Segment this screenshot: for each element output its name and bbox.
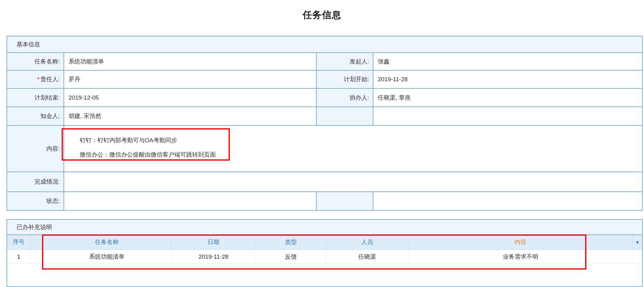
content-value: 钉钉：钉钉内部考勤可与OA考勤同步 微信办公：微信办公提醒由微信客户端可跳转到页… <box>64 126 642 172</box>
column-header-content[interactable]: 内容 <box>409 235 633 249</box>
basic-info-section: 基本信息 任务名称: 系统功能清单 发起人: 张鑫 * 责任人: 罗丹 计划开始… <box>7 36 643 211</box>
initiator-label: 发起人: <box>317 53 373 70</box>
supplement-table-header: 序号 任务名称 日期 类型 人员 内容 ▼ <box>7 235 642 250</box>
column-header-task-name[interactable]: 任务名称 <box>43 235 171 249</box>
filter-dropdown-icon[interactable]: ▼ <box>635 240 640 245</box>
status-label: 状态: <box>7 192 64 210</box>
page-title: 任务信息 <box>0 9 644 21</box>
completion-label: 完成情况: <box>7 172 64 191</box>
plan-end-label: 计划结束: <box>7 89 64 106</box>
basic-info-section-header: 基本信息 <box>7 36 642 53</box>
plan-start-label: 计划开始: <box>317 71 373 88</box>
supplement-table-empty-area <box>7 264 642 286</box>
owner-value: 罗丹 <box>64 71 317 88</box>
plan-start-value: 2019-11-28 <box>373 71 642 88</box>
owner-label: * 责任人: <box>7 71 64 88</box>
row-status: 状态: <box>7 192 642 210</box>
co-organizer-label: 协办人: <box>317 89 373 106</box>
required-asterisk: * <box>37 76 39 83</box>
row-completion: 完成情况: <box>7 172 642 192</box>
row-content: 内容: 钉钉：钉钉内部考勤可与OA考勤同步 微信办公：微信办公提醒由微信客户端可… <box>7 126 642 172</box>
cc-value: 胡建, 宋浩然 <box>64 107 317 125</box>
cc-label: 知会人: <box>7 107 64 125</box>
column-header-date[interactable]: 日期 <box>171 235 256 249</box>
row-task-name: 任务名称: 系统功能清单 发起人: 张鑫 <box>7 53 642 71</box>
plan-end-value: 2019-12-05 <box>64 89 317 106</box>
column-header-filter-cell[interactable]: ▼ <box>633 235 642 249</box>
row-seq: 1 <box>7 250 31 264</box>
co-organizer-value: 任晓渠, 章燕 <box>373 89 642 106</box>
content-label: 内容: <box>7 126 64 172</box>
supplement-section-header: 已办补充说明 <box>7 220 642 235</box>
content-line-2: 微信办公：微信办公提醒由微信客户端可跳转到页面 <box>80 148 642 162</box>
row-type-cell: 反馈 <box>256 250 326 264</box>
task-name-label: 任务名称: <box>7 53 64 70</box>
row-filter-cell <box>633 250 642 264</box>
column-header-person[interactable]: 人员 <box>326 235 409 249</box>
column-header-spacer <box>31 235 43 249</box>
cc-row-empty-value-cell <box>373 107 642 125</box>
table-row[interactable]: 1 系统功能清单 2019-11-28 反馈 任晓渠 业务需求不明 <box>7 250 642 264</box>
row-date-cell: 2019-11-28 <box>171 250 256 264</box>
content-line-1: 钉钉：钉钉内部考勤可与OA考勤同步 <box>80 133 642 148</box>
status-row-empty-value-cell <box>373 192 642 210</box>
supplement-section: 已办补充说明 序号 任务名称 日期 类型 人员 内容 ▼ 1 系统功能清单 20… <box>7 219 643 287</box>
status-value <box>64 192 317 210</box>
column-header-type[interactable]: 类型 <box>256 235 326 249</box>
row-task-name-cell: 系统功能清单 <box>43 250 171 264</box>
initiator-value: 张鑫 <box>373 53 642 70</box>
status-row-empty-label-cell <box>317 192 373 210</box>
row-content-cell: 业务需求不明 <box>409 250 633 264</box>
row-person-cell: 任晓渠 <box>326 250 409 264</box>
completion-value <box>64 172 642 191</box>
column-header-seq[interactable]: 序号 <box>7 235 31 249</box>
row-owner: * 责任人: 罗丹 计划开始: 2019-11-28 <box>7 71 642 89</box>
owner-label-text: 责任人: <box>40 75 60 83</box>
row-spacer <box>31 250 43 264</box>
task-name-value: 系统功能清单 <box>64 53 317 70</box>
row-cc: 知会人: 胡建, 宋浩然 <box>7 107 642 126</box>
row-plan-end: 计划结束: 2019-12-05 协办人: 任晓渠, 章燕 <box>7 89 642 107</box>
task-info-page: 任务信息 基本信息 任务名称: 系统功能清单 发起人: 张鑫 * 责任人: 罗丹… <box>0 0 644 287</box>
cc-row-empty-label-cell <box>317 107 373 125</box>
